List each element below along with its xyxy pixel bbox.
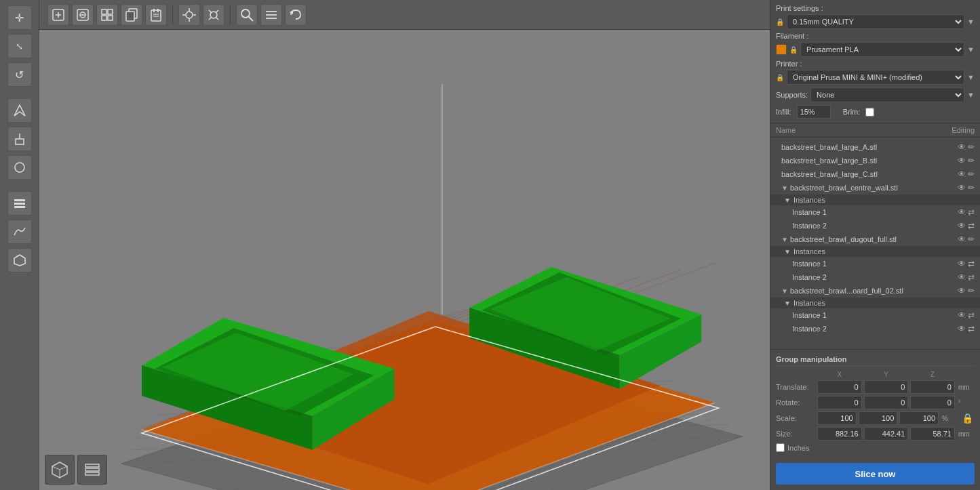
size-y-input[interactable] bbox=[864, 427, 909, 441]
scale-x-input[interactable] bbox=[817, 411, 857, 425]
seam-tool[interactable] bbox=[7, 155, 32, 180]
eye-icon[interactable]: 👁 bbox=[958, 221, 966, 230]
translate-label: Translate: bbox=[776, 383, 815, 391]
view-layers-button[interactable] bbox=[77, 455, 107, 485]
layers-button[interactable] bbox=[260, 4, 282, 26]
mirror-icon[interactable]: ⇄ bbox=[968, 324, 975, 333]
list-item[interactable]: backstreet_brawl_large_B.stl 👁 ✏ bbox=[770, 154, 980, 167]
delete-button[interactable] bbox=[72, 4, 94, 26]
size-z-input[interactable] bbox=[910, 427, 955, 441]
supports-expand-icon[interactable]: ▼ bbox=[967, 91, 975, 99]
group-label: Instances bbox=[793, 299, 825, 307]
instance-item[interactable]: Instance 1 👁 ⇄ bbox=[770, 205, 980, 219]
item-actions: 👁 ⇄ bbox=[958, 259, 975, 268]
scale-y-input[interactable] bbox=[859, 411, 898, 425]
list-item[interactable]: backstreet_brawl_large_C.stl 👁 ✏ bbox=[770, 167, 980, 181]
eye-icon[interactable]: 👁 bbox=[958, 183, 966, 192]
list-item[interactable]: ▼ backstreet_brawl...oard_full_02.stl 👁 … bbox=[770, 284, 980, 298]
slice-button[interactable]: Slice now bbox=[776, 463, 975, 485]
undo-button[interactable] bbox=[285, 4, 307, 26]
add-object-button[interactable] bbox=[47, 4, 69, 26]
scale-button[interactable] bbox=[203, 4, 224, 26]
viewport[interactable] bbox=[39, 30, 770, 490]
translate-y-input[interactable] bbox=[864, 380, 909, 394]
mirror-icon[interactable]: ⇄ bbox=[968, 272, 975, 282]
edit-icon[interactable]: ✏ bbox=[968, 169, 975, 179]
svg-rect-101 bbox=[85, 472, 99, 475]
instance-item[interactable]: Instance 2 👁 ⇄ bbox=[770, 219, 980, 232]
mirror-icon[interactable]: ⇄ bbox=[968, 221, 975, 230]
brim-checkbox[interactable] bbox=[865, 108, 874, 117]
filament-select[interactable]: Prusament PLA bbox=[800, 42, 964, 57]
scale-tool[interactable]: ⤡ bbox=[7, 34, 32, 58]
eye-icon[interactable]: 👁 bbox=[958, 272, 966, 282]
mirror-icon[interactable]: ⇄ bbox=[968, 207, 975, 217]
move-button[interactable] bbox=[178, 4, 200, 26]
printer-select[interactable]: Original Prusa MINI & MINI+ (modified) bbox=[787, 70, 964, 85]
svg-rect-15 bbox=[108, 9, 113, 14]
support-tool[interactable] bbox=[7, 127, 32, 151]
infill-input[interactable] bbox=[797, 105, 831, 119]
filament-label: Filament : bbox=[776, 32, 975, 40]
move-tool[interactable]: ✛ bbox=[7, 5, 32, 30]
eye-icon[interactable]: 👁 bbox=[958, 207, 966, 217]
rotate-x-input[interactable] bbox=[817, 396, 862, 409]
copy-button[interactable] bbox=[121, 4, 142, 26]
instances-group-3[interactable]: ▼ Instances bbox=[770, 298, 980, 308]
cube-tool[interactable] bbox=[7, 248, 32, 272]
print-quality-select[interactable]: 0.15mm QUALITY bbox=[787, 14, 964, 29]
edit-icon[interactable]: ✏ bbox=[968, 234, 975, 244]
view-3d-button[interactable] bbox=[45, 455, 75, 485]
scale-z-input[interactable] bbox=[899, 411, 939, 425]
list-item[interactable]: ▼ backstreet_brawl_dugout_full.stl 👁 ✏ bbox=[770, 232, 980, 246]
cut-tool[interactable] bbox=[7, 98, 32, 123]
expand-arrow[interactable]: ▼ bbox=[781, 287, 788, 295]
item-actions: 👁 ✏ bbox=[958, 169, 975, 179]
edit-icon[interactable]: ✏ bbox=[968, 142, 975, 152]
svg-marker-0 bbox=[14, 105, 25, 116]
scale-lock-icon[interactable]: 🔒 bbox=[960, 413, 975, 424]
eye-icon[interactable]: 👁 bbox=[958, 324, 966, 333]
edit-icon[interactable]: ✏ bbox=[968, 286, 975, 295]
inches-checkbox[interactable] bbox=[776, 443, 785, 452]
rotate-tool[interactable]: ↺ bbox=[7, 62, 32, 87]
expand-arrow[interactable]: ▼ bbox=[781, 184, 788, 192]
eye-icon[interactable]: 👁 bbox=[958, 169, 966, 179]
rotate-z-input[interactable] bbox=[910, 396, 955, 409]
mirror-icon[interactable]: ⇄ bbox=[968, 310, 975, 320]
supports-select[interactable]: None bbox=[810, 87, 964, 102]
rotate-y-input[interactable] bbox=[864, 396, 909, 409]
list-item[interactable]: backstreet_brawl_large_A.stl 👁 ✏ bbox=[770, 140, 980, 154]
translate-unit: mm bbox=[957, 384, 975, 391]
layer-height-tool[interactable] bbox=[7, 191, 32, 216]
settings-expand-icon[interactable]: ▼ bbox=[967, 18, 975, 26]
edit-icon[interactable]: ✏ bbox=[968, 156, 975, 165]
search-button[interactable] bbox=[236, 4, 258, 26]
list-item[interactable]: ▼ backstreet_brawl_centre_wall.stl 👁 ✏ bbox=[770, 181, 980, 195]
eye-icon[interactable]: 👁 bbox=[958, 142, 966, 152]
eye-icon[interactable]: 👁 bbox=[958, 234, 966, 244]
instances-group[interactable]: ▼ Instances bbox=[770, 195, 980, 205]
translate-z-input[interactable] bbox=[910, 380, 955, 394]
translate-x-input[interactable] bbox=[817, 380, 862, 394]
instance-item[interactable]: Instance 1 👁 ⇄ bbox=[770, 308, 980, 322]
variable-layer-tool[interactable] bbox=[7, 220, 32, 244]
printer-expand-icon[interactable]: ▼ bbox=[967, 73, 975, 81]
eye-icon[interactable]: 👁 bbox=[958, 286, 966, 295]
size-x-input[interactable] bbox=[817, 427, 862, 441]
eye-icon[interactable]: 👁 bbox=[958, 156, 966, 165]
mirror-icon[interactable]: ⇄ bbox=[968, 259, 975, 268]
instances-group-2[interactable]: ▼ Instances bbox=[770, 246, 980, 257]
arrange-button[interactable] bbox=[96, 4, 118, 26]
instance-item[interactable]: Instance 1 👁 ⇄ bbox=[770, 257, 980, 270]
scale-label: Scale: bbox=[776, 414, 815, 422]
eye-icon[interactable]: 👁 bbox=[958, 259, 966, 268]
paste-button[interactable] bbox=[145, 4, 167, 26]
printer-label: Printer : bbox=[776, 60, 975, 68]
edit-icon[interactable]: ✏ bbox=[968, 183, 975, 192]
expand-arrow[interactable]: ▼ bbox=[781, 236, 788, 243]
eye-icon[interactable]: 👁 bbox=[958, 310, 966, 320]
filament-expand-icon[interactable]: ▼ bbox=[967, 45, 975, 54]
instance-item[interactable]: Instance 2 👁 ⇄ bbox=[770, 322, 980, 335]
instance-item[interactable]: Instance 2 👁 ⇄ bbox=[770, 270, 980, 284]
